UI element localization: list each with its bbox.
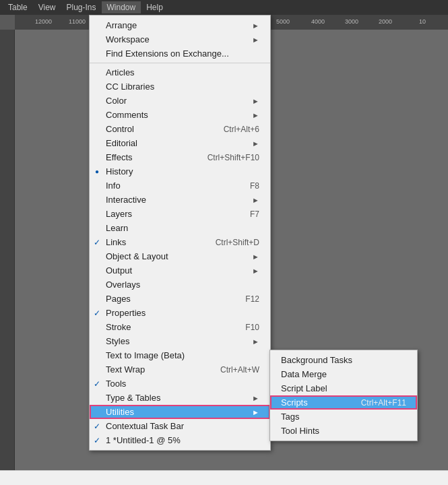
scripts-shortcut: Ctrl+Alt+F11 [348, 398, 406, 408]
menu-item-comments[interactable]: Comments ► [90, 108, 270, 122]
info-shortcut: F8 [236, 181, 259, 191]
menu-item-script-label[interactable]: Script Label [270, 381, 417, 395]
ruler-num: 2000 [379, 18, 392, 25]
background-tasks-label: Background Tasks [281, 355, 352, 365]
comments-label: Comments [106, 110, 148, 120]
menu-item-info[interactable]: Info F8 [90, 179, 270, 193]
menu-item-text-to-image[interactable]: Text to Image (Beta) [90, 348, 270, 362]
window-menu: Arrange ► Workspace ► Find Extensions on… [89, 15, 271, 451]
text-to-image-label: Text to Image (Beta) [106, 350, 185, 360]
menu-item-layers[interactable]: Layers F7 [90, 207, 270, 221]
menu-item-history[interactable]: ● History [90, 164, 270, 179]
color-label: Color [106, 96, 127, 106]
menu-item-text-wrap[interactable]: Text Wrap Ctrl+Alt+W [90, 362, 270, 377]
output-label: Output [106, 265, 132, 276]
stroke-label: Stroke [106, 322, 131, 332]
arrow-icon: ► [252, 36, 259, 44]
menu-item-contextual-task-bar[interactable]: ✓ Contextual Task Bar [90, 419, 270, 433]
contextual-task-bar-label: Contextual Task Bar [106, 421, 184, 431]
ruler-num: 12000 [35, 18, 52, 25]
checkmark-icon: ✓ [94, 238, 100, 247]
arrow-icon: ► [252, 337, 259, 346]
object-layout-label: Object & Layout [106, 251, 168, 261]
script-label-label: Script Label [281, 383, 327, 393]
find-extensions-label: Find Extensions on Exchange... [106, 48, 229, 59]
menu-item-properties[interactable]: ✓ Properties [90, 306, 270, 320]
text-wrap-shortcut: Ctrl+Alt+W [207, 365, 259, 375]
menu-item-editorial[interactable]: Editorial ► [90, 136, 270, 150]
menu-item-effects[interactable]: Effects Ctrl+Shift+F10 [90, 150, 270, 164]
menu-item-arrange[interactable]: Arrange ► [90, 18, 270, 32]
menu-item-find-extensions[interactable]: Find Extensions on Exchange... [90, 46, 270, 61]
menubar-view[interactable]: View [33, 1, 61, 13]
menu-item-workspace[interactable]: Workspace ► [90, 32, 270, 46]
separator [90, 63, 270, 63]
learn-label: Learn [106, 223, 128, 233]
checkmark-icon: ✓ [94, 379, 100, 389]
menubar: Table View Plug-Ins Window Help [0, 0, 448, 15]
menu-item-overlays[interactable]: Overlays [90, 278, 270, 292]
control-shortcut: Ctrl+Alt+6 [210, 125, 259, 134]
menubar-table[interactable]: Table [3, 1, 33, 13]
overlays-label: Overlays [106, 280, 140, 290]
scripts-label: Scripts [281, 397, 308, 408]
menu-item-control[interactable]: Control Ctrl+Alt+6 [90, 122, 270, 136]
menu-item-untitled[interactable]: ✓ 1 *Untitled-1 @ 5% [90, 433, 270, 447]
styles-label: Styles [106, 336, 129, 346]
menu-item-color[interactable]: Color ► [90, 94, 270, 108]
ruler-num: 5000 [276, 18, 290, 25]
arrange-label: Arrange [106, 20, 137, 30]
menu-item-pages[interactable]: Pages F12 [90, 292, 270, 306]
menu-item-tool-hints[interactable]: Tool Hints [270, 424, 417, 438]
menu-item-tools[interactable]: ✓ Tools [90, 377, 270, 391]
untitled-label: 1 *Untitled-1 @ 5% [106, 435, 181, 445]
menu-item-output[interactable]: Output ► [90, 263, 270, 278]
menu-item-interactive[interactable]: Interactive ► [90, 193, 270, 207]
arrow-icon: ► [252, 139, 259, 148]
links-label: Links [106, 237, 126, 247]
pages-label: Pages [106, 294, 131, 304]
tags-label: Tags [281, 412, 299, 422]
tool-hints-label: Tool Hints [281, 426, 319, 436]
checkmark-icon: ✓ [94, 309, 100, 318]
arrow-icon: ► [252, 97, 259, 105]
utilities-label: Utilities [106, 407, 134, 417]
cc-libraries-label: CC Libraries [106, 82, 154, 92]
menu-item-styles[interactable]: Styles ► [90, 334, 270, 348]
articles-label: Articles [106, 67, 135, 77]
menu-item-links[interactable]: ✓ Links Ctrl+Shift+D [90, 235, 270, 249]
effects-shortcut: Ctrl+Shift+F10 [194, 153, 259, 162]
arrow-icon: ► [252, 253, 259, 261]
menu-item-articles[interactable]: Articles [90, 65, 270, 79]
ruler-num: 4000 [311, 18, 325, 25]
menu-item-type-tables[interactable]: Type & Tables ► [90, 391, 270, 405]
utilities-submenu: Background Tasks Data Merge Script Label… [269, 350, 418, 441]
menu-item-background-tasks[interactable]: Background Tasks [270, 353, 417, 367]
menu-item-data-merge[interactable]: Data Merge [270, 367, 417, 381]
statusbar [0, 470, 448, 485]
menu-item-stroke[interactable]: Stroke F10 [90, 320, 270, 334]
menu-item-tags[interactable]: Tags [270, 410, 417, 424]
menu-item-object-layout[interactable]: Object & Layout ► [90, 249, 270, 263]
arrow-icon: ► [252, 196, 259, 204]
checkmark-icon: ✓ [94, 436, 100, 445]
ruler-num: 11000 [69, 18, 86, 25]
menu-item-utilities[interactable]: Utilities ► [90, 405, 270, 419]
interactive-label: Interactive [106, 195, 146, 205]
pages-shortcut: F12 [232, 294, 259, 304]
control-label: Control [106, 124, 134, 134]
menu-item-cc-libraries[interactable]: CC Libraries [90, 79, 270, 94]
tools-label: Tools [106, 379, 126, 389]
menu-item-scripts[interactable]: Scripts Ctrl+Alt+F11 [270, 395, 417, 410]
arrow-icon: ► [252, 267, 259, 275]
menubar-help[interactable]: Help [141, 1, 168, 13]
menubar-window[interactable]: Window [102, 1, 141, 13]
type-tables-label: Type & Tables [106, 393, 160, 403]
arrow-icon: ► [252, 22, 259, 30]
layers-label: Layers [106, 209, 132, 219]
menubar-plugins[interactable]: Plug-Ins [61, 1, 101, 13]
menu-item-learn[interactable]: Learn [90, 221, 270, 235]
effects-label: Effects [106, 152, 133, 162]
text-wrap-label: Text Wrap [106, 364, 145, 375]
data-merge-label: Data Merge [281, 369, 327, 379]
